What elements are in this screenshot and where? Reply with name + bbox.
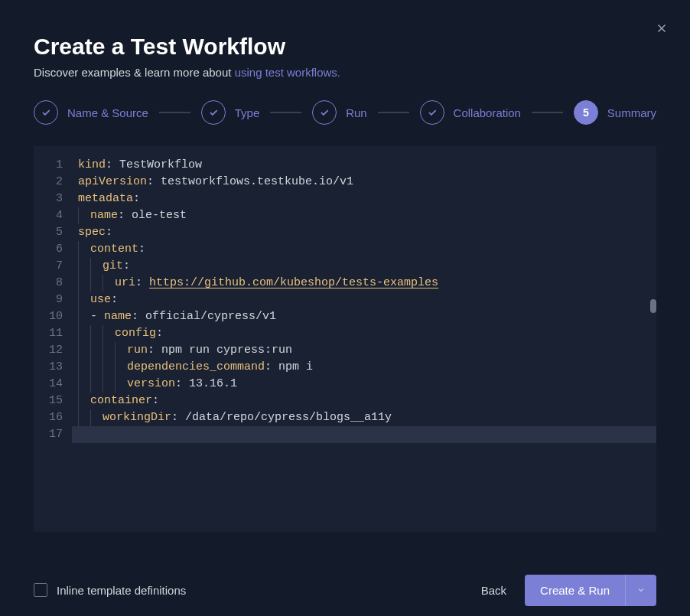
modal-subtitle: Discover examples & learn more about usi… bbox=[34, 66, 656, 79]
code-line: container: bbox=[78, 393, 647, 409]
chevron-down-icon bbox=[636, 585, 646, 595]
code-line: - name: official/cypress/v1 bbox=[78, 308, 647, 325]
create-run-button[interactable]: Create & Run bbox=[525, 575, 625, 606]
code-line: use: bbox=[78, 292, 647, 308]
line-number: 1 bbox=[49, 157, 63, 174]
step-type[interactable]: Type bbox=[201, 100, 260, 125]
line-number: 15 bbox=[49, 393, 63, 409]
code-line: uri: https://github.com/kubeshop/tests-e… bbox=[78, 275, 647, 292]
create-workflow-modal: Create a Test Workflow Discover examples… bbox=[0, 0, 690, 616]
code-line: run: npm run cypress:run bbox=[78, 342, 647, 359]
scrollbar-thumb[interactable] bbox=[650, 299, 656, 313]
check-icon bbox=[312, 100, 337, 125]
line-number: 8 bbox=[49, 275, 63, 292]
step-collaboration[interactable]: Collaboration bbox=[420, 100, 521, 125]
line-number: 13 bbox=[49, 359, 63, 376]
back-button[interactable]: Back bbox=[481, 584, 506, 597]
code-line: content: bbox=[78, 241, 647, 258]
line-number: 4 bbox=[49, 207, 63, 224]
code-line: config: bbox=[78, 325, 647, 342]
code-line: spec: bbox=[78, 224, 647, 241]
line-number: 11 bbox=[49, 325, 63, 342]
step-connector bbox=[378, 112, 409, 113]
step-connector bbox=[159, 112, 190, 113]
line-number: 12 bbox=[49, 342, 63, 359]
step-summary[interactable]: 5 Summary bbox=[574, 100, 656, 125]
line-number: 6 bbox=[49, 241, 63, 258]
stepper: Name & Source Type Run Collaboration 5 bbox=[34, 100, 656, 125]
footer-actions: Back Create & Run bbox=[481, 575, 656, 606]
code-line: metadata: bbox=[78, 191, 647, 207]
code-line: dependencies_command: npm i bbox=[78, 359, 647, 376]
line-number: 5 bbox=[49, 224, 63, 241]
create-run-button-group: Create & Run bbox=[525, 575, 656, 606]
code-line: version: 13.16.1 bbox=[78, 376, 647, 393]
code-line: kind: TestWorkflow bbox=[78, 157, 647, 174]
code-line bbox=[72, 426, 656, 443]
line-number: 7 bbox=[49, 258, 63, 275]
line-number: 10 bbox=[49, 308, 63, 325]
code-line: apiVersion: testworkflows.testkube.io/v1 bbox=[78, 174, 647, 191]
modal-title: Create a Test Workflow bbox=[34, 34, 656, 60]
docs-link[interactable]: using test workflows. bbox=[235, 66, 340, 79]
line-number: 9 bbox=[49, 292, 63, 308]
close-button[interactable] bbox=[655, 21, 669, 35]
step-connector bbox=[532, 112, 563, 113]
code-line: name: ole-test bbox=[78, 207, 647, 224]
modal-footer: Inline template definitions Back Create … bbox=[0, 564, 690, 616]
code-line: workingDir: /data/repo/cypress/blogs__a1… bbox=[78, 409, 647, 426]
line-number: 3 bbox=[49, 191, 63, 207]
step-number-badge: 5 bbox=[574, 100, 598, 125]
step-name-source[interactable]: Name & Source bbox=[34, 100, 148, 125]
yaml-editor[interactable]: 1234567891011121314151617 kind: TestWork… bbox=[34, 146, 656, 532]
line-numbers: 1234567891011121314151617 bbox=[34, 146, 72, 532]
check-icon bbox=[34, 100, 58, 125]
line-number: 16 bbox=[49, 409, 63, 426]
line-number: 2 bbox=[49, 174, 63, 191]
inline-template-checkbox[interactable]: Inline template definitions bbox=[34, 583, 186, 597]
code-content[interactable]: kind: TestWorkflowapiVersion: testworkfl… bbox=[72, 146, 656, 532]
step-run[interactable]: Run bbox=[312, 100, 367, 125]
code-line: git: bbox=[78, 258, 647, 275]
checkbox-icon bbox=[34, 583, 47, 597]
line-number: 17 bbox=[49, 426, 63, 443]
create-run-dropdown[interactable] bbox=[625, 575, 656, 606]
line-number: 14 bbox=[49, 376, 63, 393]
check-icon bbox=[201, 100, 226, 125]
step-connector bbox=[270, 112, 301, 113]
check-icon bbox=[420, 100, 444, 125]
